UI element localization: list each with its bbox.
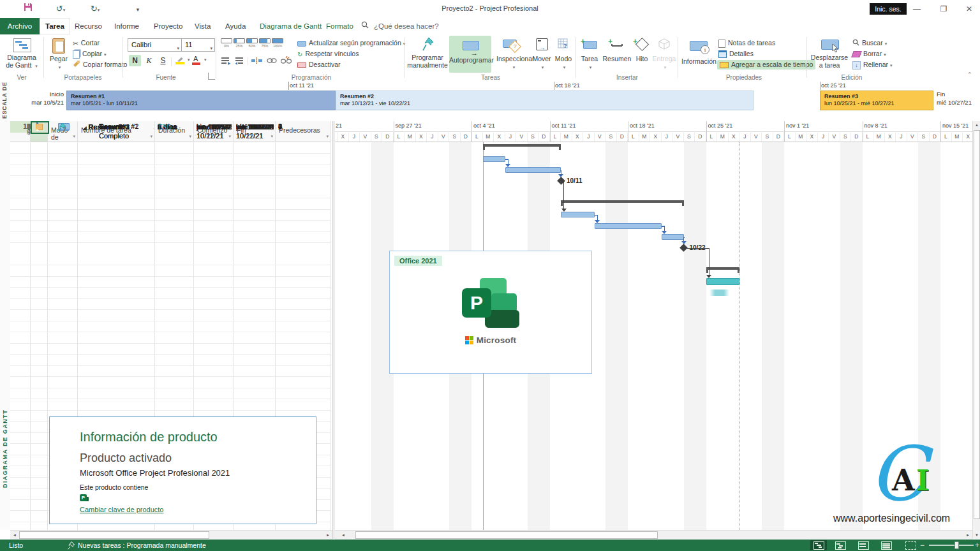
tab-recurso[interactable]: Recurso (69, 18, 108, 34)
view-report-button[interactable] (902, 540, 919, 550)
day-header-cell[interactable]: D (538, 131, 550, 142)
view-gantt-button[interactable] (810, 540, 827, 550)
timeline-pane-tab[interactable]: ESCALA DE TIEMPO (0, 82, 11, 121)
day-header-cell[interactable]: J (739, 131, 751, 142)
find-button[interactable]: Buscar▾ (852, 38, 887, 48)
day-header-cell[interactable]: M (561, 131, 572, 142)
day-header-cell[interactable]: S (528, 131, 539, 142)
day-header-cell[interactable]: V (360, 131, 371, 142)
day-header-cell[interactable]: V (829, 131, 840, 142)
collapse-ribbon-icon[interactable]: ⌃ (967, 71, 972, 78)
scroll-right-icon[interactable]: ► (965, 533, 971, 537)
tab-proyecto[interactable]: Proyecto (148, 18, 188, 34)
day-header-cell[interactable]: M (717, 131, 729, 142)
day-header-cell[interactable]: L (394, 131, 405, 142)
day-header-cell[interactable]: X (729, 131, 740, 142)
font-size-select[interactable]: 11▾ (181, 38, 215, 52)
fill-button[interactable]: ↓Rellenar▾ (852, 60, 893, 70)
scroll-left-icon[interactable]: ◄ (11, 533, 18, 537)
fuente-dialog-launcher[interactable] (208, 73, 215, 80)
font-color-button[interactable]: A ▾ (191, 55, 207, 66)
cell-duracion[interactable]: TBD (158, 122, 192, 132)
auto-schedule-button[interactable]: → Autoprogramar (449, 36, 491, 73)
paste-button[interactable]: Pegar▾ (47, 37, 70, 73)
day-header-cell[interactable]: M (952, 131, 963, 142)
zoom-handle[interactable] (954, 541, 959, 549)
filter-arrow-icon[interactable]: ▾ (73, 134, 75, 139)
timeline-bar-resumen2[interactable]: Resumen #2mar 10/12/21 - vie 10/22/21 (336, 91, 754, 110)
chart-hscrollbar[interactable]: ◄ ► (335, 530, 972, 540)
day-header-cell[interactable]: S (449, 131, 461, 142)
day-header-cell[interactable]: J (505, 131, 517, 142)
clear-button[interactable]: Borrar▾ (852, 49, 886, 59)
day-header-cell[interactable]: D (930, 131, 941, 142)
cell-predecesoras[interactable] (278, 122, 329, 132)
day-header-cell[interactable]: M (796, 131, 807, 142)
day-header-cell[interactable]: D (851, 131, 863, 142)
change-product-key-link[interactable]: Cambiar clave de producto (80, 506, 163, 513)
timeline[interactable]: oct 11 '21 oct 18 '21 oct 25 '21 Inicio … (10, 82, 980, 122)
day-header-cell[interactable]: S (918, 131, 930, 142)
day-header-cell[interactable]: J (427, 131, 438, 142)
day-header-cell[interactable]: X (572, 131, 584, 142)
minimize-button[interactable]: — (905, 0, 929, 18)
percent-100%-button[interactable]: 100% (272, 38, 283, 49)
restore-button[interactable]: ❐ (932, 0, 956, 18)
italic-button[interactable]: K (143, 55, 155, 66)
insert-milestone-button[interactable]: + Hito (632, 37, 652, 73)
update-as-scheduled-button[interactable]: Actualizar según programación▾ (297, 38, 405, 48)
gantt-summary-bar[interactable] (561, 200, 684, 203)
day-header-cell[interactable]: J (349, 131, 360, 142)
day-header-cell[interactable]: S (605, 131, 617, 142)
day-header-cell[interactable]: X (650, 131, 662, 142)
scroll-to-task-button[interactable]: Desplazarse a tarea (810, 37, 849, 73)
day-header-cell[interactable]: J (583, 131, 595, 142)
gantt-bar-task[interactable] (561, 212, 595, 217)
inspect-button[interactable]: ? Inspeccionar▾ (496, 37, 530, 73)
indent-icon[interactable] (235, 56, 245, 65)
information-button[interactable]: i Información (681, 37, 716, 73)
zoom-out-button[interactable]: − (920, 540, 924, 551)
table-hscroll-thumb[interactable] (19, 531, 209, 539)
day-header-cell[interactable]: M (639, 131, 651, 142)
day-header-cell[interactable]: X (338, 131, 349, 142)
outdent-icon[interactable] (221, 56, 231, 65)
tell-me-search[interactable]: ¿Qué desea hacer? (361, 18, 439, 34)
day-header-cell[interactable]: S (840, 131, 852, 142)
view-sheet-button[interactable] (878, 540, 895, 550)
day-header-cell[interactable]: J (662, 131, 673, 142)
tab-ayuda[interactable]: Ayuda (219, 18, 251, 34)
day-header-cell[interactable]: D (382, 131, 394, 142)
tab-tarea[interactable]: Tarea (40, 18, 70, 34)
percent-75%-button[interactable]: 75% (259, 38, 271, 49)
tab-formato[interactable]: Formato (320, 18, 359, 34)
day-header-cell[interactable]: X (885, 131, 896, 142)
gantt-bar-task[interactable] (595, 223, 662, 229)
percent-25%-button[interactable]: 25% (234, 38, 245, 49)
sign-in-button[interactable]: Inic. ses. (870, 3, 907, 15)
inactivate-button[interactable]: Desactivar (297, 60, 341, 70)
scroll-right-icon[interactable]: ► (325, 533, 331, 537)
cut-button[interactable]: ✂Cortar (73, 38, 100, 48)
task-notes-button[interactable]: Notas de tareas (718, 38, 775, 48)
day-header-cell[interactable]: V (438, 131, 450, 142)
day-header-cell[interactable]: L (471, 131, 483, 142)
font-family-select[interactable]: Calibri▾ (128, 38, 182, 52)
day-header-cell[interactable]: X (963, 131, 972, 142)
gantt-bar-estimated[interactable] (709, 290, 730, 296)
scroll-left-icon[interactable]: ◄ (340, 533, 346, 537)
gantt-bar-task[interactable] (483, 156, 505, 162)
day-header-cell[interactable]: L (550, 131, 561, 142)
scroll-up-icon[interactable]: ▲ (974, 123, 980, 127)
day-header-cell[interactable]: L (628, 131, 639, 142)
day-header-cell[interactable]: L (784, 131, 796, 142)
timeline-bar-resumen1[interactable]: Resumen #1mar 10/5/21 - lun 10/11/21 (66, 91, 337, 110)
day-header-cell[interactable]: X (416, 131, 427, 142)
day-header-cell[interactable]: V (751, 131, 762, 142)
chart-hscroll-thumb[interactable] (355, 531, 658, 539)
day-header-cell[interactable]: V (595, 131, 606, 142)
split-task-icon[interactable] (251, 56, 263, 65)
cell-nombre[interactable]: Tarea 8 (99, 122, 152, 132)
day-header-cell[interactable]: D (461, 131, 472, 142)
tab-diagrama-de-gantt[interactable]: Diagrama de Gantt (254, 18, 327, 34)
